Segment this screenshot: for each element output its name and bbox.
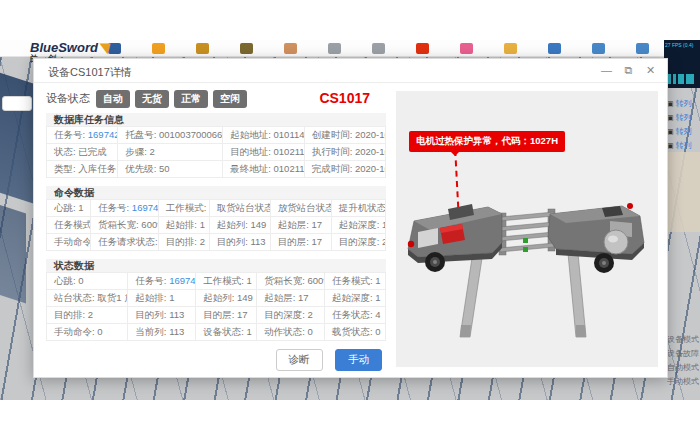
data-cell: 目的深度: 2 [257, 307, 325, 324]
cell-value: 已完成 [78, 146, 107, 157]
cell-value: 2 [149, 146, 154, 157]
edge-menu-item[interactable]: 转列 [667, 112, 700, 123]
data-cell: 提升机状态: 1 [331, 200, 385, 217]
building-b-icon[interactable] [636, 43, 649, 54]
device-data-pane: 设备状态自动无货正常空闲 CS1017 数据库任务信息 任务号: 1697426… [46, 89, 386, 371]
cell-value: 1 [246, 275, 251, 286]
cell-value: 0102113172 [274, 163, 305, 174]
section-title: 命令数据 [46, 186, 386, 199]
ring-icon[interactable] [152, 43, 165, 54]
cell-value: 2020-10-21 09:58:49 [355, 146, 386, 157]
logo-text: BlueSword◥ [30, 41, 108, 54]
data-cell: 载货状态: 0 [324, 324, 385, 341]
table-row: 手动命令: 0任务请求状态: 2目的排: 2目的列: 113目的层: 17目的深… [47, 234, 386, 251]
data-table: 心跳: 0任务号: 1697426工作模式: 1货箱长宽: 600*400任务模… [46, 272, 386, 341]
data-cell: 手动命令: 0 [47, 324, 128, 341]
cell-value: 600*400 [141, 219, 158, 230]
data-table: 任务号: 1697426托盘号: 00100370006611464548起始地… [46, 126, 386, 178]
minimize-icon[interactable]: — [600, 64, 613, 77]
data-cell: 起始深度: 1 [331, 217, 385, 234]
bell-icon[interactable] [504, 43, 517, 54]
cell-value: 50 [159, 163, 170, 174]
status-badge: 自动 [96, 90, 130, 108]
data-cell: 动作状态: 0 [257, 324, 325, 341]
log-icon[interactable] [460, 43, 473, 54]
cell-value: 0 [307, 326, 312, 337]
data-cell: 心跳: 1 [47, 200, 91, 217]
rack-shape [0, 70, 34, 204]
data-cell: 创建时间: 2020-10-21 09:58:43 [304, 127, 385, 144]
dialog-titlebar[interactable]: 设备CS1017详情 — ⧉ ✕ [34, 59, 667, 83]
building-a-icon[interactable] [592, 43, 605, 54]
data-cell: 状态: 已完成 [47, 144, 118, 161]
section-title: 状态数据 [46, 259, 386, 272]
device-status-label: 设备状态 [46, 92, 90, 104]
bottom-white-band [0, 400, 700, 440]
dialog-title: 设备CS1017详情 [48, 65, 132, 80]
alarm-icon[interactable] [416, 43, 429, 54]
cell-value: 00100370006611464548 [159, 129, 223, 140]
cell-value: 2 [200, 236, 205, 247]
panel-a-icon[interactable] [328, 43, 341, 54]
data-cell: 完成时间: 2020-10-21 09:59:35 [304, 161, 385, 178]
cart-icon[interactable] [196, 43, 209, 54]
data-cell: 任务模式: 1 [324, 273, 385, 290]
data-cell: 最终地址: 0102113172 [223, 161, 304, 178]
toolbar-icons [108, 43, 693, 54]
edge-menu-item[interactable]: 转列 [667, 140, 700, 151]
section-status-data: 状态数据 心跳: 0任务号: 1697426工作模式: 1货箱长宽: 600*4… [46, 259, 386, 341]
data-cell: 货箱长宽: 600*400 [257, 273, 325, 290]
data-cell: 起始列: 149 [209, 217, 270, 234]
cell-value: 1 [375, 275, 380, 286]
tools-icon[interactable] [240, 43, 253, 54]
status-badge: 空闲 [213, 90, 247, 108]
data-cell: 放货站台状态: 1 [270, 200, 331, 217]
data-cell: 目的层: 17 [196, 307, 257, 324]
manual-button[interactable]: 手动 [335, 349, 382, 371]
data-cell: 任务状态: 4 [324, 307, 385, 324]
top-white-band [0, 0, 700, 40]
operator-icon[interactable] [284, 43, 297, 54]
data-cell: 手动命令: 0 [47, 234, 91, 251]
data-table: 心跳: 1任务号: 1697426工作模式: 1取货站台状态: 1放货站台状态:… [46, 199, 386, 251]
cell-value: 149 [250, 219, 266, 230]
close-icon[interactable]: ✕ [644, 64, 657, 77]
edge-menu-item[interactable]: 转列 [667, 126, 700, 137]
edge-menu-item[interactable]: 转列 [667, 98, 700, 109]
task-number-link[interactable]: 1697426 [132, 202, 159, 213]
data-cell: 心跳: 0 [47, 273, 128, 290]
cell-value: 0101149171 [274, 129, 305, 140]
device-status-row: 设备状态自动无货正常空闲 CS1017 [46, 89, 386, 109]
data-cell: 执行时间: 2020-10-21 09:58:49 [304, 144, 385, 161]
section-command-data: 命令数据 心跳: 1任务号: 1697426工作模式: 1取货站台状态: 1放货… [46, 186, 386, 251]
cell-value: 600*400 [307, 275, 324, 286]
cell-value: 4 [375, 309, 380, 320]
status-badge: 正常 [174, 90, 208, 108]
workstation-icon[interactable] [108, 43, 121, 54]
restore-icon[interactable]: ⧉ [622, 64, 635, 77]
edge-legend-item: 设备故障 [667, 348, 700, 359]
rack-shape [0, 201, 26, 304]
task-number-link[interactable]: 1697426 [169, 275, 196, 286]
floor-patch [666, 152, 700, 232]
device-3d-view[interactable]: 电机过热保护异常，代码：1027H [396, 91, 658, 367]
cell-value: 17 [312, 219, 323, 230]
cell-value: 17 [312, 236, 323, 247]
diagnose-button[interactable]: 诊断 [276, 349, 323, 371]
edge-legend-item: 设备模式 [667, 334, 700, 345]
background-search-box[interactable] [2, 96, 32, 111]
status-badge: 无货 [135, 90, 169, 108]
stats-icon[interactable] [548, 43, 561, 54]
device-detail-dialog: 设备CS1017详情 — ⧉ ✕ 设备状态自动无货正常空闲 CS1017 数据库… [33, 58, 668, 378]
agv-shuttle-render [404, 187, 650, 355]
data-cell: 任务模式: 1 [47, 217, 91, 234]
fault-tooltip: 电机过热保护异常，代码：1027H [409, 131, 565, 152]
right-edge-menu: 转列转列转列转列 [667, 98, 700, 154]
task-number-link[interactable]: 1697426 [88, 129, 118, 140]
cell-value: 0 [375, 326, 380, 337]
panel-b-icon[interactable] [372, 43, 385, 54]
data-cell: 起始列: 149 [196, 290, 257, 307]
cell-value: 入库任务 [78, 163, 116, 174]
dialog-footer: 诊断 手动 [46, 349, 386, 371]
data-cell: 托盘号: 00100370006611464548 [118, 127, 223, 144]
